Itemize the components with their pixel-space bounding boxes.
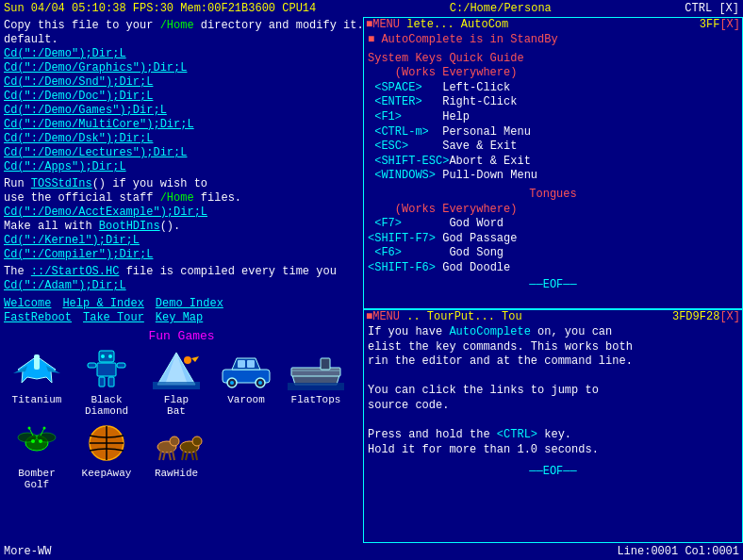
- game-varoom[interactable]: Varoom: [213, 347, 279, 417]
- svg-rect-8: [88, 363, 96, 368]
- svg-point-38: [43, 427, 46, 430]
- svg-point-6: [108, 354, 112, 358]
- start-line: The ::/StartOS.HC file is compiled every…: [4, 265, 359, 279]
- kernel-link[interactable]: Cd(":/Kernel");Dir;L: [4, 234, 359, 248]
- svg-point-33: [31, 439, 35, 443]
- default-line: default.: [4, 33, 359, 47]
- menu-eof: ——EOF——: [368, 278, 738, 291]
- svg-point-23: [230, 381, 234, 385]
- title-bar-path: C:/Home/Persona: [450, 2, 552, 15]
- game-bomber-golf[interactable]: BomberGolf: [4, 420, 70, 490]
- main-area: Copy this file to your /Home directory a…: [0, 17, 743, 543]
- right-panel: ■MENU lete... AutoCom 3FF[X] ■ AutoCompl…: [363, 17, 743, 543]
- svg-point-34: [39, 439, 42, 443]
- multicore-link[interactable]: Cd(":/Demo/MultiCore");Dir;L: [4, 118, 359, 132]
- adam-link[interactable]: Cd(":/Adam");Dir;L: [4, 279, 359, 293]
- svg-line-45: [163, 452, 165, 460]
- games-section: Fun Games Titanium: [4, 329, 359, 490]
- apps-link[interactable]: Cd(":/Apps");Dir;L: [4, 160, 359, 174]
- svg-point-43: [170, 436, 179, 446]
- left-panel: Copy this file to your /Home directory a…: [0, 17, 363, 543]
- menu-title-left: ■MENU: [366, 18, 400, 31]
- run-line2: use the official staff /Home files.: [4, 191, 359, 206]
- svg-line-51: [186, 452, 188, 460]
- svg-rect-29: [288, 383, 344, 390]
- help-index-link[interactable]: Help & Index: [62, 297, 143, 311]
- game-keepaway[interactable]: KeepAway: [74, 420, 140, 490]
- tour-title-left: ■MENU: [366, 310, 400, 323]
- svg-line-46: [169, 452, 171, 460]
- svg-marker-16: [191, 356, 199, 362]
- svg-rect-19: [238, 360, 245, 368]
- lectures-link[interactable]: Cd(":/Demo/Lectures");Dir;L: [4, 146, 359, 160]
- make-line: Make all with BootHDIns().: [4, 220, 359, 234]
- status-more: More-WW: [4, 545, 617, 558]
- tongues-heading: Tongues: [529, 188, 576, 201]
- nav-links: Welcome Help & Index Demo Index: [4, 297, 359, 311]
- rawhide-label: RawHide: [155, 468, 198, 479]
- titanium-label: Titanium: [12, 394, 62, 405]
- svg-line-53: [195, 451, 197, 460]
- games-link[interactable]: Cd(":/Demo/Games");Dir;L: [4, 104, 359, 118]
- svg-rect-7: [97, 363, 116, 376]
- nav-links2: FastReboot Take Tour Key Map: [4, 311, 359, 325]
- key-map-link[interactable]: Key Map: [156, 311, 203, 325]
- svg-rect-9: [117, 363, 125, 368]
- compiler-link[interactable]: Cd(":/Compiler");Dir;L: [4, 248, 359, 262]
- title-bar-info: Sun 04/04 05:10:38 FPS:30 Mem:00F21B3600…: [4, 2, 316, 15]
- tour-title-right: 3FD9F28[X]: [672, 310, 740, 323]
- status-bar: More-WW Line:0001 Col:0001: [0, 543, 743, 560]
- svg-rect-27: [321, 358, 330, 370]
- menu-window-title: ■MENU lete... AutoCom 3FF[X]: [364, 18, 742, 31]
- dsk-link[interactable]: Cd(":/Demo/Dsk");Dir;L: [4, 132, 359, 146]
- black-diamond-label: BlackDiamond: [85, 394, 128, 417]
- flap-bat-label: FlapBat: [164, 394, 189, 417]
- varoom-label: Varoom: [227, 394, 265, 405]
- game-titanium[interactable]: Titanium: [4, 347, 70, 417]
- game-rawhide[interactable]: RawHide: [143, 420, 209, 490]
- menu-title-mid: lete... AutoCom: [406, 18, 508, 31]
- tour-eof: ——EOF——: [368, 465, 738, 478]
- games-title: Fun Games: [4, 329, 359, 343]
- svg-rect-10: [99, 377, 105, 387]
- svg-point-24: [258, 381, 262, 385]
- quick-guide-heading: System Keys Quick Guide: [368, 52, 524, 65]
- menu-window: ■MENU lete... AutoCom 3FF[X] ■ AutoCompl…: [363, 17, 743, 309]
- game-black-diamond[interactable]: BlackDiamond: [74, 347, 140, 417]
- svg-line-44: [159, 451, 161, 460]
- game-flap-bat[interactable]: FlapBat: [143, 347, 209, 417]
- title-bar: Sun 04/04 05:10:38 FPS:30 Mem:00F21B3600…: [0, 0, 743, 17]
- snd-link[interactable]: Cd(":/Demo/Snd");Dir;L: [4, 75, 359, 90]
- game-flattops[interactable]: FlatTops: [283, 347, 349, 417]
- copy-link[interactable]: Cd(":/Demo");Dir;L: [4, 47, 359, 61]
- menu-content: ■ AutoComplete is in StandBy System Keys…: [364, 31, 742, 293]
- take-tour-link[interactable]: Take Tour: [83, 311, 144, 325]
- graphics-link[interactable]: Cd(":/Demo/Graphics");Dir;L: [4, 61, 359, 75]
- title-bar-ctrl: CTRL [X]: [685, 2, 739, 15]
- svg-line-52: [191, 452, 193, 460]
- status-line-col: Line:0001 Col:0001: [617, 545, 739, 558]
- tour-content: If you have AutoComplete on, you can eli…: [364, 323, 742, 480]
- welcome-link[interactable]: Welcome: [4, 297, 51, 311]
- svg-point-49: [192, 436, 202, 446]
- fast-reboot-link[interactable]: FastReboot: [4, 311, 72, 325]
- menu-title-right: 3FF[X]: [700, 18, 740, 31]
- doc-link[interactable]: Cd(":/Demo/Doc");Dir;L: [4, 90, 359, 104]
- tour-window-title: ■MENU .. TourPut... Tou 3FD9F28[X]: [364, 310, 742, 323]
- tour-title-mid: .. TourPut... Tou: [406, 310, 521, 323]
- svg-line-47: [173, 451, 174, 460]
- svg-point-15: [184, 356, 191, 364]
- svg-rect-3: [34, 354, 40, 370]
- games-grid: Titanium: [4, 347, 359, 490]
- run-line1: Run TOSStdIns() if you wish to: [4, 177, 359, 191]
- svg-line-50: [182, 451, 184, 460]
- flattops-label: FlatTops: [291, 394, 341, 405]
- svg-marker-18: [232, 358, 260, 370]
- keepaway-label: KeepAway: [82, 468, 132, 479]
- svg-rect-11: [108, 377, 114, 387]
- acct-link[interactable]: Cd(":/Demo/AcctExample");Dir;L: [4, 206, 359, 220]
- demo-index-link[interactable]: Demo Index: [156, 297, 223, 311]
- svg-point-37: [28, 427, 31, 430]
- copy-line: Copy this file to your /Home directory a…: [4, 19, 359, 33]
- tour-window: ■MENU .. TourPut... Tou 3FD9F28[X] If yo…: [363, 309, 743, 543]
